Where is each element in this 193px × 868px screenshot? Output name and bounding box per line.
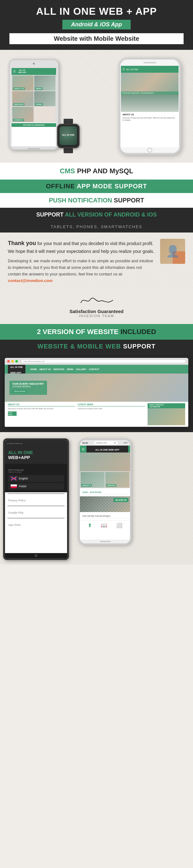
nav-home[interactable]: HOME <box>30 368 37 370</box>
menu-label-contact: CONTACT <box>13 119 24 121</box>
desktop-topbar: www.allinonewebapp.com <box>5 358 188 365</box>
hero-subtitle: SYSTEM WORKS <box>12 385 44 388</box>
mobile2-time: 01:31 <box>83 442 88 444</box>
smartwatch-mockup: ALL IN ONE WEB+APP <box>54 119 83 153</box>
mobile2-footer-icons: ⬆ 📖 ⬜ <box>80 520 130 530</box>
mobile2-address-bar[interactable]: invedion.com ↺ <box>94 441 118 445</box>
tablet-divider-2 <box>7 506 65 506</box>
iphone-nav: ☰ ALL IN ONE <box>121 66 179 73</box>
fast-contact-label: FAST CONTACT 123 456 678 <box>148 403 185 408</box>
mobile2-screen: ☰ ALL IN ONE WEB+APP ABOUT U SERVICE <box>80 445 130 539</box>
polish-label: Polish <box>19 485 27 488</box>
chess-image: $1,630.19 <box>80 496 130 512</box>
polish-lang-item[interactable]: Polish <box>8 483 64 490</box>
nav-gallery[interactable]: GALLERY <box>76 368 86 370</box>
mobile2-logo: ALL IN ONE WEB+APP <box>95 449 119 451</box>
android-text: SUPPORT ALL VERSION OF ANDROID & iOS <box>36 212 157 218</box>
news-col-title: LATEST NEWS <box>78 403 145 406</box>
iphone-mockup: ☰ ALL IN ONE FOR EVERY INDUSTRY · SYSTEM… <box>119 58 181 155</box>
menu-cell-contact: CONTACT <box>12 107 34 122</box>
hamburger-icon: ☰ <box>13 70 16 73</box>
iphone-city-image <box>121 95 179 112</box>
app-store-text: App Store <box>8 523 21 526</box>
phone-camera <box>33 63 35 65</box>
close-dot <box>7 360 10 363</box>
tablet-logo-line2: WEB+APP <box>8 455 64 460</box>
maximize-dot <box>15 360 18 363</box>
mobile2-services-cell: SERVICE <box>105 472 129 488</box>
bookmark-icon[interactable]: 📖 <box>101 522 107 528</box>
desktop-col-news: LATEST NEWS Summary of latest news USD <box>78 403 145 425</box>
mobile2-bottom-bar <box>80 539 130 544</box>
tablets-text: TABLETS, PHONES, SMARTWATCHES <box>51 224 142 229</box>
android-highlight: ALL VERSION OF ANDROID & iOS <box>65 212 157 218</box>
mobile2-hamburger-icon[interactable]: ☰ <box>82 447 85 451</box>
english-label: English <box>19 477 28 480</box>
tablet-logo: ALL IN ONE WEB+APP <box>8 450 64 460</box>
v-included: INCLUDED <box>120 328 156 336</box>
desktop-mockup: www.allinonewebapp.com ALL IN ONEWEB+APP… <box>5 358 188 427</box>
mobile2-reload-icon[interactable]: ↺ <box>114 441 116 444</box>
english-flag <box>11 476 17 480</box>
version-section: 2 VERSION OF WEBSITE INCLUDED <box>0 324 193 340</box>
email-link[interactable]: contact@invedion.com <box>8 278 53 283</box>
devices-section: ☰ ALL INONE APP ABOUT US NEWS SERVICES W… <box>0 50 193 163</box>
app-store-item[interactable]: App Store <box>5 520 67 529</box>
menu-label-news: NEWS <box>35 87 43 90</box>
phone-topbar: ☰ ALL INONE APP <box>11 68 56 75</box>
tablet-section: ● ● http://invedion.com ALL IN ONE WEB+A… <box>0 432 193 565</box>
desktop-side-col: FAST CONTACT 123 456 678 <box>148 403 185 425</box>
desktop-logo: ALL IN ONEWEB+APP <box>10 366 23 374</box>
phone-number: 123 456 678 <box>150 406 183 408</box>
main-title: ALL IN ONE WEB + APP <box>6 6 187 17</box>
menu-cell-news: NEWS <box>34 75 56 91</box>
offline-text: OFFLINE APP MODE SUPPORT <box>46 183 147 190</box>
cms-text: CMS PHP AND MySQL <box>60 167 133 175</box>
description-section: Thank you for your trust and that you de… <box>0 232 193 290</box>
price-badge: $1,630.19 <box>114 498 128 502</box>
nav-news[interactable]: NEWS <box>67 368 73 370</box>
push-text: PUSH NOTIFICATION SUPPORT <box>49 197 144 204</box>
nav-services[interactable]: SERVICES <box>53 368 64 370</box>
tablet-topbar-text: ● ● http://invedion.com <box>7 442 23 444</box>
iphone-bottom <box>120 147 179 153</box>
mobile2-about-cell: ABOUT U <box>81 472 105 488</box>
tablet-divider-1 <box>7 494 65 494</box>
minimize-dot <box>11 360 14 363</box>
mobile2-nav: ☰ ALL IN ONE WEB+APP <box>80 445 130 453</box>
iphone-speaker <box>143 62 156 63</box>
iphone-home-button <box>147 148 152 153</box>
menu-cell-work: WORK <box>34 91 56 106</box>
english-lang-item[interactable]: English <box>8 475 64 482</box>
google-play-item[interactable]: Google Play <box>5 507 67 517</box>
gps-bar: GPS MAP CO-ORDINATES <box>11 123 56 127</box>
android-screen: ☰ ALL INONE APP ABOUT US NEWS SERVICES W… <box>11 68 56 146</box>
privacy-policy-item[interactable]: Privacy Policy <box>5 495 67 504</box>
menu-cell-about: ABOUT US <box>12 75 34 91</box>
avatar-image <box>160 239 185 264</box>
nav-contact[interactable]: CONTACT <box>89 368 100 370</box>
news-col-text: Summary of latest news USD <box>78 407 145 410</box>
desktop-nav-bar: ALL IN ONEWEB+APP HOME ABOUT US SERVICES… <box>5 365 188 374</box>
privacy-policy-text: Privacy Policy <box>8 499 26 502</box>
body2-text: Developing it, we made every effort to m… <box>8 258 153 276</box>
mobile2-services-label: SERVICE <box>106 484 116 487</box>
menu-label-services: SERVICES <box>13 103 25 105</box>
signature-svg <box>78 293 115 306</box>
nav-about[interactable]: ABOUT US <box>39 368 51 370</box>
read-more-btn[interactable]: READ MORE <box>8 411 17 416</box>
phone-menu-grid: ABOUT US NEWS SERVICES WORK CONTACT <box>11 75 56 123</box>
version-highlight: 2 VERSION OF WEBSITE INCLUDED <box>37 328 156 336</box>
menu-cell-empty <box>34 107 56 122</box>
desktop-lower: ABOUT US Summary of about and site USD 0… <box>5 402 188 427</box>
subtitle2-text: Website with Mobile Website <box>54 35 139 42</box>
hero-btn[interactable]: READ MORE <box>12 390 27 393</box>
share-icon[interactable]: ⬆ <box>88 522 92 528</box>
desktop-col-about: ABOUT US Summary of about and site USD 0… <box>8 403 75 425</box>
action-icon[interactable]: ⬜ <box>116 522 123 528</box>
mobile2-logo-box: ALL IN ONE WEB+APP <box>87 445 128 453</box>
orange-patch <box>173 251 185 264</box>
mobile2-news-item1: news - new trends <box>83 490 128 494</box>
watch-strap-bottom <box>64 148 73 153</box>
polish-flag <box>11 485 17 488</box>
